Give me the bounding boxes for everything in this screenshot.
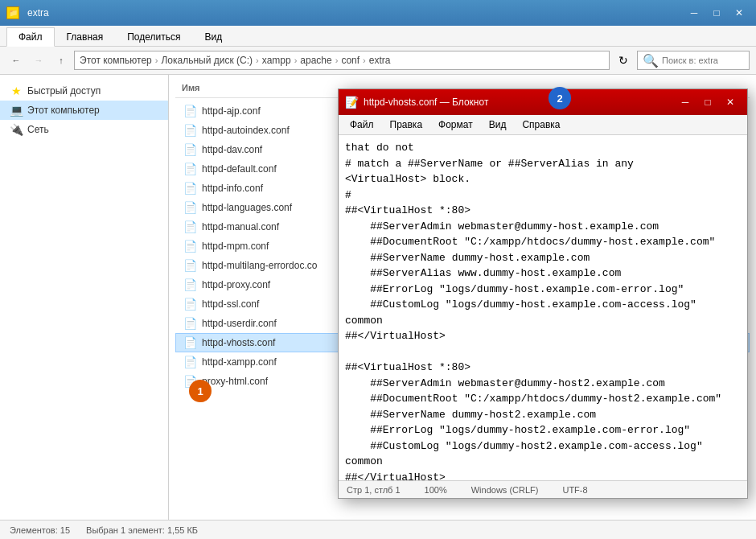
file-icon-multilang: 📄 <box>183 259 197 272</box>
path-computer: Этот компьютер <box>80 55 152 66</box>
notepad-status-bar: Стр 1, стлб 1 100% Windows (CRLF) UTF-8 <box>339 480 747 498</box>
notepad-window: 📝 httpd-vhosts.conf — Блокнот ─ □ ✕ Файл… <box>338 88 748 499</box>
explorer-title-text: extra <box>27 7 679 19</box>
path-xampp: xampp <box>262 55 291 66</box>
file-icon-dav: 📄 <box>183 143 197 156</box>
file-icon-userdir: 📄 <box>183 317 197 330</box>
refresh-button[interactable]: ↻ <box>613 50 634 71</box>
notepad-menu-file[interactable]: Файл <box>342 117 382 133</box>
file-name-xampp: httpd-xampp.conf <box>202 356 277 368</box>
path-conf: conf <box>341 55 360 66</box>
search-icon: 🔍 <box>643 53 659 68</box>
file-icon-mpm: 📄 <box>183 240 197 253</box>
explorer-title-bar: 📁 extra ─ □ ✕ <box>0 0 756 26</box>
file-name-default: httpd-default.conf <box>202 163 277 175</box>
file-icon-autoindex: 📄 <box>183 124 197 137</box>
path-extra: extra <box>369 55 391 66</box>
sidebar-item-this-pc-label: Этот компьютер <box>27 105 100 116</box>
notepad-title-bar: 📝 httpd-vhosts.conf — Блокнот ─ □ ✕ <box>339 89 747 115</box>
path-disk: Локальный диск (C:) <box>161 55 253 66</box>
star-icon: ★ <box>10 84 23 97</box>
file-name-ssl: httpd-ssl.conf <box>202 298 259 310</box>
file-name-autoindex: httpd-autoindex.conf <box>202 125 290 136</box>
notepad-title-controls: ─ □ ✕ <box>675 93 741 111</box>
explorer-title-icons: 📁 <box>6 6 19 19</box>
pc-icon: 💻 <box>10 104 23 117</box>
notepad-menu-view[interactable]: Вид <box>481 117 515 133</box>
notepad-title-text: httpd-vhosts.conf — Блокнот <box>364 97 670 108</box>
file-name-proxy-html: proxy-html.conf <box>202 376 268 387</box>
badge-2: 2 <box>549 87 571 109</box>
nav-back-button[interactable]: ← <box>6 51 26 70</box>
tab-file[interactable]: Файл <box>6 27 55 47</box>
ribbon: Файл Главная Поделиться Вид <box>0 26 756 47</box>
file-name-proxy: httpd-proxy.conf <box>202 279 270 290</box>
notepad-text-content: that do not # match a ##ServerName or ##… <box>345 140 741 480</box>
notepad-status-zoom: 100% <box>425 485 447 495</box>
notepad-status-encoding: UTF-8 <box>562 485 587 495</box>
file-name-vhosts: httpd-vhosts.conf <box>202 337 275 348</box>
explorer-maximize-button[interactable]: □ <box>706 4 727 22</box>
sidebar-item-network[interactable]: 🔌 Сеть <box>0 120 168 139</box>
file-icon-default: 📄 <box>183 163 197 175</box>
path-apache: apache <box>300 55 331 66</box>
file-name-mpm: httpd-mpm.conf <box>202 241 269 252</box>
explorer-title-controls: ─ □ ✕ <box>684 4 750 22</box>
file-name-languages: httpd-languages.conf <box>202 202 292 213</box>
explorer-close-button[interactable]: ✕ <box>729 4 750 22</box>
address-path[interactable]: Этот компьютер › Локальный диск (C:) › x… <box>74 51 610 70</box>
explorer-minimize-button[interactable]: ─ <box>684 4 705 22</box>
tab-view[interactable]: Вид <box>192 27 234 46</box>
notepad-status-position: Стр 1, стлб 1 <box>347 485 401 495</box>
file-icon-manual: 📄 <box>183 220 197 233</box>
explorer-app-icon: 📁 <box>6 6 19 19</box>
sidebar-item-quick-access-label: Быстрый доступ <box>27 85 101 97</box>
sidebar-item-network-label: Сеть <box>27 124 49 135</box>
notepad-menu-format[interactable]: Формат <box>430 117 481 133</box>
file-name-userdir: httpd-userdir.conf <box>202 318 277 329</box>
notepad-minimize-button[interactable]: ─ <box>675 93 696 111</box>
status-item-count: Элементов: 15 <box>10 525 70 535</box>
nav-forward-button[interactable]: → <box>29 51 48 70</box>
address-bar: ← → ↑ Этот компьютер › Локальный диск (C… <box>0 47 756 75</box>
sidebar-section-quick: ★ Быстрый доступ 💻 Этот компьютер 🔌 Сеть <box>0 81 168 139</box>
file-name-multilang: httpd-multilang-errordoc.co <box>202 260 317 271</box>
notepad-menu-edit[interactable]: Правка <box>382 117 431 133</box>
file-icon-ajp: 📄 <box>183 105 197 117</box>
file-icon-xampp: 📄 <box>183 356 197 368</box>
notepad-text-area[interactable]: that do not # match a ##ServerName or ##… <box>339 135 747 480</box>
notepad-menu-help[interactable]: Справка <box>514 117 568 133</box>
file-icon-languages: 📄 <box>183 201 197 214</box>
file-icon-info: 📄 <box>183 182 197 195</box>
explorer-status-bar: Элементов: 15 Выбран 1 элемент: 1,55 КБ <box>0 520 756 539</box>
file-name-manual: httpd-manual.conf <box>202 221 279 232</box>
file-icon-vhosts: 📄 <box>183 336 197 349</box>
nav-up-button[interactable]: ↑ <box>51 51 71 70</box>
notepad-app-icon: 📝 <box>345 96 359 109</box>
sidebar: ★ Быстрый доступ 💻 Этот компьютер 🔌 Сеть <box>0 75 169 520</box>
search-input[interactable] <box>662 56 742 65</box>
sidebar-item-this-pc[interactable]: 💻 Этот компьютер <box>0 101 168 120</box>
tab-home[interactable]: Главная <box>55 27 116 46</box>
sidebar-item-quick-access[interactable]: ★ Быстрый доступ <box>0 81 168 101</box>
file-icon-proxy: 📄 <box>183 278 197 291</box>
file-name-dav: httpd-dav.conf <box>202 144 262 155</box>
badge-1: 1 <box>189 380 212 402</box>
file-icon-ssl: 📄 <box>183 298 197 311</box>
network-icon: 🔌 <box>10 123 23 136</box>
file-name-info: httpd-info.conf <box>202 183 263 194</box>
ribbon-tabs: Файл Главная Поделиться Вид <box>0 26 756 46</box>
notepad-status-line-endings: Windows (CRLF) <box>471 485 539 495</box>
notepad-close-button[interactable]: ✕ <box>720 93 741 111</box>
status-item-selected: Выбран 1 элемент: 1,55 КБ <box>86 525 198 535</box>
file-name-ajp: httpd-ajp.conf <box>202 105 261 117</box>
notepad-menu: Файл Правка Формат Вид Справка <box>339 115 747 135</box>
search-box[interactable]: 🔍 <box>637 51 750 70</box>
tab-share[interactable]: Поделиться <box>115 27 192 46</box>
notepad-maximize-button[interactable]: □ <box>697 93 718 111</box>
